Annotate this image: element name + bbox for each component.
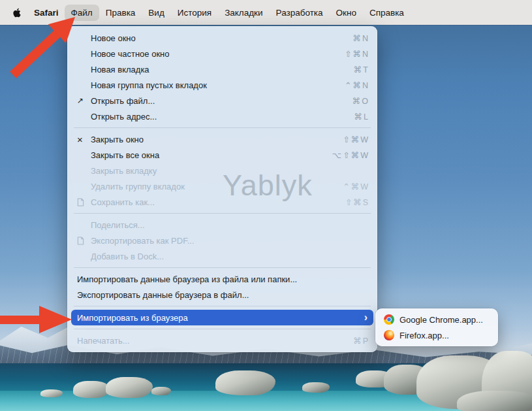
- menu-item-label: Импортировать данные браузера из файла и…: [77, 274, 369, 284]
- menu-item[interactable]: ↗Открыть файл...⌘O: [67, 93, 377, 108]
- open-external-icon: ↗: [77, 97, 84, 105]
- annotation-arrow-to-import-item: [0, 306, 72, 333]
- menu-item: Напечатать...⌘P: [67, 333, 377, 348]
- menu-item-shortcut: ⌃⌘W: [343, 182, 369, 191]
- wallpaper-rock: [106, 377, 153, 398]
- wallpaper-rock: [73, 381, 110, 398]
- menu-item-shortcut: ⌃⌘N: [345, 80, 369, 90]
- menu-item-shortcut: ⌘N: [352, 33, 369, 43]
- menu-item-shortcut: ⌘O: [352, 96, 369, 106]
- menu-item[interactable]: Новая группа пустых вкладок⌃⌘N: [67, 77, 377, 93]
- menu-item[interactable]: Новое частное окно⇧⌘N: [67, 46, 377, 61]
- menu-item-label: Экспортировать данные браузера в файл...: [77, 290, 369, 300]
- menu-item-icon-slot: [77, 198, 91, 206]
- submenu-item-label: Firefox.app...: [399, 331, 449, 340]
- menu-item-label: Новое частное окно: [91, 49, 345, 59]
- menu-item-label: Новая группа пустых вкладок: [91, 80, 345, 90]
- menu-item[interactable]: Открыть адрес...⌘L: [67, 108, 377, 124]
- submenu-item-label: Google Chrome.app...: [399, 315, 483, 325]
- chrome-icon: [384, 314, 394, 325]
- menubar-items: ФайлПравкаВидИсторияЗакладкиРазработкаОк…: [65, 5, 411, 21]
- submenu-chevron-icon: ›: [364, 312, 368, 323]
- menubar-item-6[interactable]: Окно: [330, 5, 363, 21]
- menu-item-label: Закрыть все окна: [91, 150, 332, 160]
- menu-item-label: Новая вкладка: [91, 65, 354, 74]
- menu-item-icon-slot: ×: [77, 135, 91, 144]
- import-from-browser-submenu: Google Chrome.app...Firefox.app...: [375, 308, 498, 346]
- menu-item-label: Экспортировать как PDF...: [91, 236, 369, 246]
- menu-item-label: Импортировать из браузера: [77, 313, 364, 323]
- menu-item: Добавить в Dock...: [67, 248, 377, 264]
- menubar-item-7[interactable]: Справка: [363, 5, 411, 21]
- watermark-text: Yablyk: [223, 169, 313, 203]
- menu-item-shortcut: ⌘P: [353, 336, 369, 346]
- menu-item[interactable]: Новая вкладка⌘T: [67, 61, 377, 77]
- menubar: Safari ФайлПравкаВидИсторияЗакладкиРазра…: [0, 0, 532, 25]
- menu-item[interactable]: Экспортировать данные браузера в файл...: [67, 287, 377, 303]
- wallpaper-rock: [457, 391, 532, 411]
- menu-item: Поделиться...: [67, 217, 377, 233]
- menu-item-label: Закрыть окно: [91, 135, 343, 144]
- menu-item[interactable]: ×Закрыть окно⇧⌘W: [67, 131, 377, 147]
- menubar-item-2[interactable]: Вид: [142, 5, 170, 21]
- document-icon: [77, 237, 84, 245]
- menu-item-shortcut: ⌘T: [354, 65, 369, 74]
- menu-item: Экспортировать как PDF...: [67, 233, 377, 248]
- menu-item-icon-slot: ↗: [77, 97, 91, 105]
- submenu-item[interactable]: Firefox.app...: [379, 327, 495, 343]
- active-app-name[interactable]: Safari: [34, 8, 59, 18]
- menu-item-shortcut: ⌥⇧⌘W: [332, 150, 369, 160]
- wallpaper-rock: [151, 387, 171, 395]
- menubar-item-4[interactable]: Закладки: [218, 5, 269, 21]
- menu-item-shortcut: ⇧⌘N: [345, 49, 369, 59]
- firefox-icon: [384, 330, 394, 340]
- menu-item-label: Открыть файл...: [91, 96, 352, 106]
- menu-item-label: Добавить в Dock...: [91, 252, 369, 261]
- menu-item-shortcut: ⇧⌘W: [343, 135, 369, 144]
- arrow-shaft: [0, 316, 40, 324]
- menu-separator: [74, 267, 371, 268]
- menu-item[interactable]: Новое окно⌘N: [67, 30, 377, 46]
- menu-item-label: Поделиться...: [91, 220, 369, 230]
- desktop: Safari ФайлПравкаВидИсторияЗакладкиРазра…: [0, 0, 532, 411]
- document-icon: [77, 198, 84, 206]
- menu-item[interactable]: Импортировать данные браузера из файла и…: [67, 271, 377, 287]
- menu-item[interactable]: Импортировать из браузера›: [71, 310, 373, 325]
- menubar-item-5[interactable]: Разработка: [270, 5, 330, 21]
- menu-separator: [74, 329, 371, 329]
- menu-item-label: Напечатать...: [77, 336, 353, 346]
- close-icon: ×: [77, 135, 83, 144]
- menubar-item-1[interactable]: Правка: [99, 5, 142, 21]
- arrow-head: [39, 306, 72, 333]
- menu-item[interactable]: Закрыть все окна⌥⇧⌘W: [67, 147, 377, 163]
- menubar-item-3[interactable]: История: [171, 5, 218, 21]
- submenu-item[interactable]: Google Chrome.app...: [379, 312, 495, 327]
- wallpaper-rock: [40, 389, 63, 397]
- menu-separator: [74, 127, 371, 128]
- menu-separator: [74, 306, 371, 306]
- menu-item-icon-slot: [77, 237, 91, 245]
- menu-separator: [74, 213, 371, 214]
- wallpaper-rock: [302, 382, 330, 393]
- menu-item-label: Новое окно: [91, 33, 352, 43]
- menu-item-shortcut: ⇧⌘S: [345, 197, 369, 207]
- apple-menu-icon[interactable]: [12, 7, 23, 18]
- menu-item-shortcut: ⌘L: [354, 112, 369, 122]
- wallpaper-rock: [215, 370, 275, 395]
- menu-item-label: Открыть адрес...: [91, 112, 354, 122]
